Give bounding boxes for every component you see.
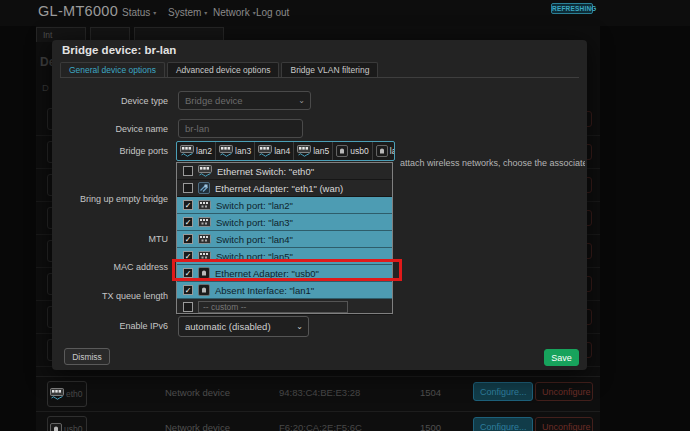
tag-label: lan1: [390, 146, 395, 156]
modal-title: Bridge device: br-lan: [62, 44, 176, 56]
dropdown-item-absent-interface-lan1[interactable]: ✓Absent Interface: "lan1": [177, 282, 392, 299]
chevron-down-icon: ▾: [153, 10, 156, 16]
device-badge-eth0: eth0: [47, 381, 87, 407]
bridge-device-modal: Bridge device: br-lan General device opt…: [52, 40, 587, 370]
dropdown-item-label: Switch port: "lan4": [216, 234, 293, 245]
top-nav: GL-MT6000 Status▾System▾Network▾Log out …: [0, 0, 690, 26]
checkbox[interactable]: [183, 302, 193, 312]
bridge-port-tag-usb0[interactable]: usb0: [333, 142, 372, 160]
bg-tab-label: Int: [43, 30, 52, 40]
bridge-port-tag-lan1[interactable]: lan1: [373, 142, 395, 160]
adapter-icon: [336, 145, 348, 157]
adapter-icon: [376, 145, 388, 157]
tab-general-device-options[interactable]: General device options: [60, 62, 165, 78]
checkbox[interactable]: ✓: [183, 285, 193, 295]
custom-port-input[interactable]: [198, 301, 348, 313]
save-button[interactable]: Save: [544, 349, 579, 366]
mac-address-label: MAC address: [52, 262, 168, 272]
dropdown-item-ethernet-switch-eth0[interactable]: Ethernet Switch: "eth0": [177, 163, 392, 180]
tab-underline: [60, 77, 579, 78]
adapter-icon: [198, 267, 210, 279]
tab-advanced-device-options[interactable]: Advanced device options: [167, 62, 280, 78]
bridge-port-tag-lan5[interactable]: lan5: [294, 142, 333, 160]
bridge-ports-dropdown: Ethernet Switch: "eth0"Ethernet Adapter:…: [176, 162, 393, 314]
table-row-usb0: usb0Network deviceF6:20:CA:2E:F5:6C1500C…: [36, 412, 600, 431]
nav-item-network[interactable]: Network▾: [213, 7, 256, 18]
dropdown-item-switch-port-lan3[interactable]: ✓Switch port: "lan3": [177, 214, 392, 231]
tag-label: lan2: [196, 146, 212, 156]
device-name-value: br-lan: [185, 123, 209, 134]
dismiss-button[interactable]: Dismiss: [64, 348, 110, 365]
bridge-ports-help-fragment: attach wireless networks, choose the ass…: [400, 158, 585, 168]
tag-label: usb0: [350, 146, 368, 156]
bridge-port-tag-lan4[interactable]: lan4: [255, 142, 294, 160]
dropdown-item-custom: [177, 299, 392, 315]
unconfigure-button[interactable]: Unconfigure: [535, 417, 593, 431]
mtu-cell: 1500: [420, 422, 441, 431]
bridge-port-tag-lan3[interactable]: lan3: [216, 142, 255, 160]
screen: GL-MT6000 Status▾System▾Network▾Log out …: [0, 0, 690, 431]
bridge-ports-label: Bridge ports: [52, 146, 168, 156]
switch-icon: [50, 388, 64, 400]
device-type-cell: Network device: [165, 387, 230, 398]
nav-item-system[interactable]: System▾: [168, 7, 207, 18]
checkbox[interactable]: ✓: [183, 200, 193, 210]
switch-icon: [258, 145, 272, 157]
configure-button[interactable]: Configure...: [473, 417, 533, 431]
checkbox[interactable]: ✓: [183, 251, 193, 261]
configure-button[interactable]: Configure...: [473, 382, 533, 401]
refreshing-badge[interactable]: REFRESHING: [551, 3, 593, 14]
bridge-ports-multiselect[interactable]: lan2lan3lan4lan5usb0lan1▾: [176, 141, 395, 161]
checkbox[interactable]: [183, 166, 193, 176]
tag-label: lan4: [274, 146, 290, 156]
nav-item-status[interactable]: Status▾: [122, 7, 156, 18]
nav-item-log-out[interactable]: Log out: [256, 7, 289, 18]
device-badge-label: eth0: [66, 389, 83, 399]
adapter-icon: [198, 284, 210, 296]
enable-ipv6-select[interactable]: automatic (disabled) ⌄: [178, 316, 309, 337]
checkbox[interactable]: [183, 183, 193, 193]
dropdown-item-ethernet-adapter-eth1-wan[interactable]: Ethernet Adapter: "eth1" (wan): [177, 180, 392, 197]
mtu-cell: 1504: [420, 387, 441, 398]
dropdown-item-switch-port-lan4[interactable]: ✓Switch port: "lan4": [177, 231, 392, 248]
brand: GL-MT6000: [38, 3, 118, 19]
modal-tab-bar: General device optionsAdvanced device op…: [60, 62, 380, 78]
port-icon: [198, 234, 211, 244]
port-icon: [198, 251, 211, 261]
switch-icon: [180, 145, 194, 157]
port-icon: [198, 217, 211, 227]
bring-up-empty-bridge-label: Bring up empty bridge: [52, 194, 168, 204]
adapter-icon: [50, 423, 62, 431]
chevron-down-icon: ⌄: [298, 92, 305, 109]
chevron-down-icon: ▾: [204, 10, 207, 16]
checkbox[interactable]: ✓: [183, 234, 193, 244]
enable-ipv6-label: Enable IPv6: [52, 321, 168, 331]
switch-icon: [219, 145, 233, 157]
device-type-value: Bridge device: [185, 95, 243, 106]
chevron-down-icon: ⌄: [296, 317, 303, 336]
checkbox[interactable]: ✓: [183, 217, 193, 227]
device-name-label: Device name: [52, 124, 168, 134]
tag-label: lan3: [235, 146, 251, 156]
dropdown-item-switch-port-lan2[interactable]: ✓Switch port: "lan2": [177, 197, 392, 214]
port-icon: [198, 200, 211, 210]
tab-bridge-vlan-filtering[interactable]: Bridge VLAN filtering: [281, 62, 378, 78]
checkbox[interactable]: ✓: [183, 268, 193, 278]
dropdown-item-label: Ethernet Adapter: "eth1" (wan): [215, 183, 343, 194]
mtu-label: MTU: [52, 234, 168, 244]
dropdown-item-label: Switch port: "lan5": [216, 251, 293, 262]
adapter-blue-icon: [198, 182, 210, 194]
unconfigure-button[interactable]: Unconfigure: [535, 382, 593, 401]
dropdown-item-label: Ethernet Switch: "eth0": [217, 166, 314, 177]
dropdown-item-label: Switch port: "lan2": [216, 200, 293, 211]
dropdown-item-switch-port-lan5[interactable]: ✓Switch port: "lan5": [177, 248, 392, 265]
dropdown-item-label: Ethernet Adapter: "usb0": [215, 268, 319, 279]
device-name-input[interactable]: br-lan: [178, 119, 303, 138]
device-type-cell: Network device: [165, 422, 230, 431]
enable-ipv6-value: automatic (disabled): [185, 321, 271, 332]
dropdown-item-label: Absent Interface: "lan1": [215, 285, 314, 296]
bridge-port-tag-lan2[interactable]: lan2: [177, 142, 216, 160]
device-type-select[interactable]: Bridge device ⌄: [178, 91, 311, 110]
dropdown-item-ethernet-adapter-usb0[interactable]: ✓Ethernet Adapter: "usb0": [177, 265, 392, 282]
dropdown-item-label: Switch port: "lan3": [216, 217, 293, 228]
